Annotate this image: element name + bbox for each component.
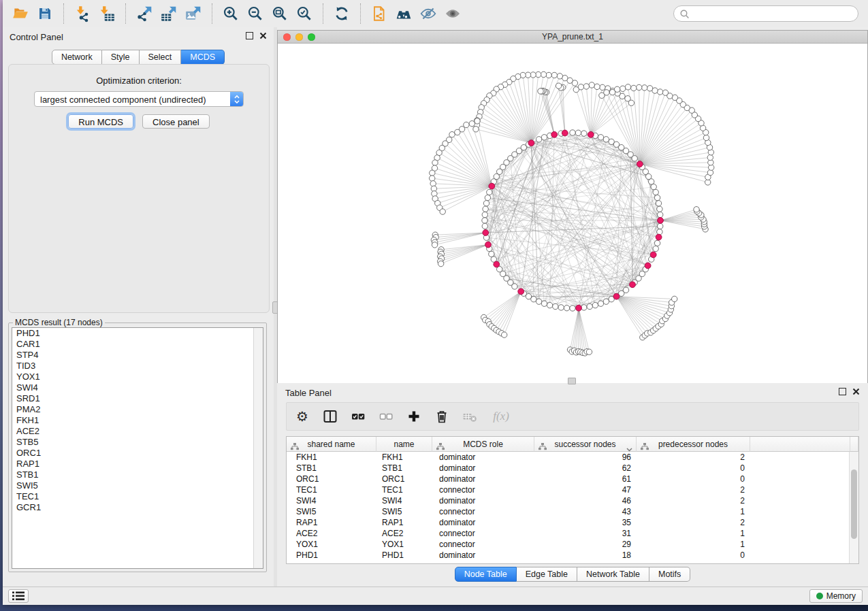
mcds-result-item[interactable]: ACE2	[12, 426, 263, 437]
mcds-result-item[interactable]: SWI4	[12, 382, 263, 393]
hide-selected-button[interactable]	[416, 3, 440, 24]
table-cell: SWI4	[376, 496, 432, 506]
table-cell: dominator	[432, 474, 534, 484]
new-network-from-selection-button[interactable]	[367, 3, 391, 24]
mcds-result-item[interactable]: TID3	[12, 361, 263, 371]
tab-select[interactable]: Select	[140, 50, 182, 65]
search-input[interactable]	[690, 8, 858, 19]
column-header-name[interactable]: name	[376, 437, 432, 452]
mcds-result-item[interactable]: TEC1	[12, 491, 263, 502]
network-workspace: YPA_prune.txt_1 Table Panel ⚙	[277, 27, 868, 587]
close-table-panel-icon[interactable]	[852, 388, 860, 395]
select-all-button[interactable]	[349, 408, 367, 425]
table-scrollbar[interactable]	[849, 452, 858, 563]
table-cell: YOX1	[287, 540, 376, 549]
table-row[interactable]: SWI4SWI4dominator462	[287, 495, 850, 506]
deselect-all-button[interactable]	[377, 408, 395, 425]
close-window-light[interactable]	[283, 33, 291, 41]
close-panel-icon[interactable]	[259, 32, 267, 39]
table-cell: 2	[637, 518, 750, 527]
network-graph[interactable]	[278, 44, 867, 383]
mcds-result-item[interactable]: PMA2	[12, 404, 263, 415]
horizontal-splitter-grip[interactable]	[568, 378, 576, 384]
mcds-result-item[interactable]: YOX1	[12, 371, 263, 382]
table-row[interactable]: ACE2ACE2connector311	[287, 528, 850, 539]
zoom-in-button[interactable]	[219, 3, 243, 24]
close-panel-button[interactable]: Close panel	[142, 114, 210, 129]
table-row[interactable]: RAP1RAP1dominator352	[287, 517, 850, 528]
import-network-button[interactable]	[70, 3, 95, 24]
table-cell: SWI5	[287, 507, 376, 516]
column-header-predecessor-nodes[interactable]: predecessor nodes	[637, 437, 750, 452]
network-canvas[interactable]	[278, 44, 867, 383]
tab-network[interactable]: Network	[52, 50, 102, 65]
open-session-button[interactable]	[8, 3, 33, 24]
mcds-result-item[interactable]: STP4	[12, 350, 263, 361]
first-neighbors-button[interactable]	[391, 3, 416, 24]
network-window-titlebar[interactable]: YPA_prune.txt_1	[278, 31, 867, 44]
zoom-window-light[interactable]	[308, 33, 315, 41]
mcds-result-item[interactable]: GCR1	[12, 502, 263, 513]
table-cell: 1	[637, 507, 750, 516]
export-table-button[interactable]	[157, 3, 181, 24]
column-header-MCDS-role[interactable]: MCDS role	[432, 437, 534, 452]
task-history-button[interactable]	[8, 589, 29, 603]
table-tab-network-table[interactable]: Network Table	[577, 567, 649, 582]
mcds-result-title: MCDS result (17 nodes)	[13, 318, 105, 327]
table-toolbar: ⚙ f(x)	[286, 402, 859, 431]
column-visibility-button[interactable]	[321, 408, 339, 425]
table-row[interactable]: ORC1ORC1dominator610	[287, 474, 850, 484]
mcds-result-item[interactable]: SWI5	[12, 480, 263, 491]
table-row[interactable]: STB1STB1dominator620	[287, 463, 850, 474]
delete-selected-button[interactable]	[433, 408, 451, 425]
zoom-out-button[interactable]	[243, 3, 268, 24]
zoom-selected-button[interactable]	[292, 3, 317, 24]
import-table-button[interactable]	[95, 3, 119, 24]
mcds-result-item[interactable]: RAP1	[12, 459, 263, 469]
toolbar-separator	[360, 3, 361, 24]
mcds-result-item[interactable]: CAR1	[12, 339, 263, 350]
mcds-result-item[interactable]: PHD1	[12, 328, 263, 339]
float-table-panel-icon[interactable]	[839, 388, 846, 395]
mcds-list-scrollbar[interactable]	[253, 328, 263, 568]
show-all-button[interactable]	[440, 3, 465, 24]
run-mcds-button[interactable]: Run MCDS	[68, 114, 133, 129]
plus-icon	[406, 408, 422, 425]
mcds-result-item[interactable]: ORC1	[12, 448, 263, 459]
table-cell: ACE2	[287, 529, 376, 538]
mcds-result-item[interactable]: STB1	[12, 469, 263, 480]
float-panel-icon[interactable]	[246, 32, 253, 39]
table-tab-motifs[interactable]: Motifs	[649, 567, 690, 582]
table-cell: connector	[432, 540, 534, 549]
table-tab-node-table[interactable]: Node Table	[455, 567, 517, 582]
table-row[interactable]: SWI5SWI5connector431	[287, 506, 850, 517]
mcds-result-item[interactable]: STB5	[12, 437, 263, 448]
export-image-button[interactable]	[181, 3, 206, 24]
mcds-result-list[interactable]: PHD1CAR1STP4TID3YOX1SWI4SRD1PMA2FKH1ACE2…	[12, 327, 263, 569]
table-mode-button[interactable]: ⚙	[293, 408, 311, 425]
tab-mcds[interactable]: MCDS	[181, 50, 225, 65]
mcds-result-item[interactable]: SRD1	[12, 393, 263, 404]
table-cell: dominator	[432, 463, 534, 473]
zoom-fit-button[interactable]	[268, 3, 292, 24]
table-cell: YOX1	[376, 540, 432, 549]
export-network-button[interactable]	[132, 3, 157, 24]
refresh-button[interactable]	[329, 3, 354, 24]
table-row[interactable]: YOX1YOX1connector291	[287, 539, 850, 550]
tab-style[interactable]: Style	[102, 50, 140, 65]
minimize-window-light[interactable]	[295, 33, 303, 41]
table-row[interactable]: FKH1FKH1dominator962	[287, 452, 850, 463]
column-header-successor-nodes[interactable]: successor nodes	[534, 437, 637, 452]
table-row[interactable]: TEC1TEC1connector472	[287, 484, 850, 495]
save-session-button[interactable]	[33, 3, 57, 24]
table-row[interactable]: PHD1PHD1dominator180	[287, 550, 850, 561]
table-tab-edge-table[interactable]: Edge Table	[517, 567, 577, 582]
memory-status-dot	[816, 593, 823, 599]
memory-button[interactable]: Memory	[809, 589, 863, 603]
search-field[interactable]	[673, 5, 858, 22]
column-header-shared-name[interactable]: shared name	[287, 437, 376, 452]
criterion-select[interactable]: largest connected component (undirected)	[34, 91, 244, 107]
new-column-button[interactable]	[405, 408, 423, 425]
mcds-result-item[interactable]: FKH1	[12, 415, 263, 426]
table-scrollbar-thumb[interactable]	[851, 469, 857, 539]
